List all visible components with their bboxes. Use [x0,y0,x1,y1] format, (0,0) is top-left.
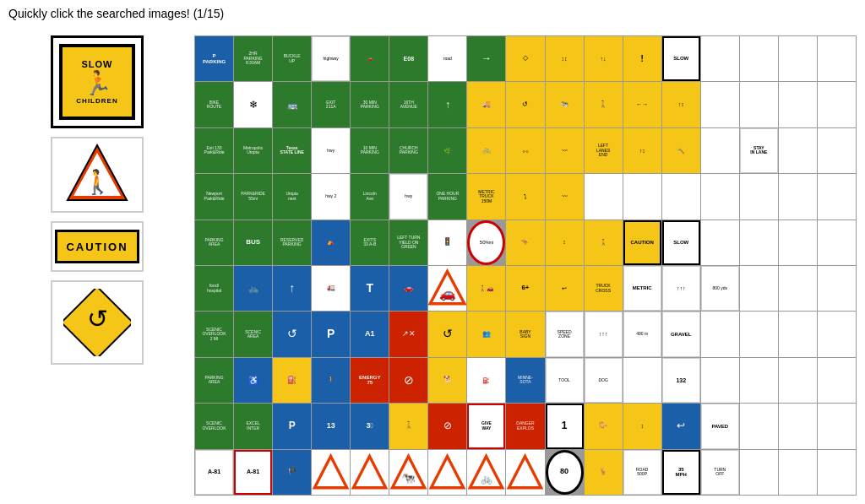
grid-cell-15[interactable] [779,36,817,81]
grid-cell-41[interactable]: 🚲 [467,128,505,173]
grid-cell-0[interactable]: PPARKING [195,36,233,81]
grid-cell-85[interactable]: 🚲 [234,266,272,311]
grid-cell-102[interactable]: SCENICAREA [234,312,272,356]
grid-cell-12[interactable]: SLOW [662,36,700,81]
grid-cell-104[interactable]: P [312,312,350,356]
grid-cell-166[interactable] [779,450,817,495]
grid-cell-151[interactable]: A-81 [195,450,233,495]
grid-cell-154[interactable] [312,450,350,495]
grid-cell-45[interactable]: ↑↕ [623,128,661,173]
grid-cell-x10[interactable] [818,450,856,495]
grid-cell-115[interactable] [740,312,778,356]
grid-cell-67[interactable]: PARKINGAREA [195,220,233,265]
grid-cell-141[interactable]: GIVEWAY [467,404,505,448]
grid-cell-48[interactable]: STAYIN LANE [740,128,778,173]
grid-cell-66[interactable] [779,174,817,219]
grid-cell-129[interactable]: 132 [662,358,700,403]
grid-cell-119[interactable]: ⛽ [273,358,311,403]
grid-cell-27[interactable]: 🚶 [585,82,623,127]
grid-cell-2[interactable]: BUCKLEUP [273,36,311,81]
grid-cell-x4[interactable] [818,174,856,219]
grid-cell-81[interactable] [740,220,778,265]
grid-cell-14[interactable] [740,36,778,81]
grid-cell-116[interactable] [779,312,817,356]
grid-cell-95[interactable]: METRIC [623,266,661,311]
grid-cell-57[interactable]: ONE HOURPARKING [428,174,466,219]
grid-cell-130[interactable] [701,358,739,403]
grid-cell-54[interactable]: hwy 2 [312,174,350,219]
grid-cell-28[interactable]: ←→ [623,82,661,127]
grid-cell-8[interactable]: ◇ [506,36,544,81]
grid-cell-25[interactable]: ↺ [506,82,544,127]
grid-cell-62[interactable] [623,174,661,219]
grid-cell-93[interactable]: ↩ [546,266,584,311]
grid-cell-142[interactable]: DANGEREXPLOS [506,404,544,448]
grid-cell-32[interactable] [779,82,817,127]
grid-cell-84[interactable]: food/hospital [195,266,233,311]
grid-cell-5[interactable]: E08 [389,36,427,81]
grid-cell-58[interactable]: METRICTRUCK150M [467,174,505,219]
grid-cell-99[interactable] [779,266,817,311]
grid-cell-17[interactable]: BIKEROUTE [195,82,233,127]
grid-cell-140[interactable]: ⊘ [428,404,466,448]
grid-cell-65[interactable] [740,174,778,219]
grid-cell-164[interactable]: TURNOFF [701,450,739,495]
grid-cell-118[interactable]: ♿ [234,358,272,403]
grid-cell-53[interactable]: Utopianext [273,174,311,219]
grid-cell-10[interactable]: ↑↓ [585,36,623,81]
grid-cell-79[interactable]: SLOW [662,220,700,265]
grid-cell-47[interactable] [701,128,739,173]
grid-cell-138[interactable]: 3⃣ [351,404,389,448]
grid-cell-9[interactable]: ↕↕ [546,36,584,81]
grid-cell-1[interactable]: 2HRPARKING8:30AM [234,36,272,81]
grid-cell-87[interactable]: 🚛 [312,266,350,311]
grid-cell-82[interactable] [779,220,817,265]
grid-cell-162[interactable]: ROAD500P [623,450,661,495]
grid-cell-126[interactable]: TOOL [546,358,584,403]
grid-cell-139[interactable]: 🚶 [389,404,427,448]
grid-cell-13[interactable] [701,36,739,81]
grid-cell-78[interactable]: CAUTION [623,220,661,265]
grid-cell-155[interactable] [351,450,389,495]
grid-cell-112[interactable]: 490 m [623,312,661,356]
grid-cell-3[interactable]: highway [312,36,350,81]
grid-cell-127[interactable]: DOG [585,358,623,403]
grid-cell-133[interactable] [818,358,856,403]
grid-cell-71[interactable]: EXITS33 A-B [351,220,389,265]
grid-cell-60[interactable]: 〰 [546,174,584,219]
grid-cell-159[interactable] [506,450,544,495]
grid-cell-128[interactable] [623,358,661,403]
grid-cell-34[interactable]: Exit 133Park&Ride [195,128,233,173]
grid-cell-56[interactable]: hwy [389,174,427,219]
grid-cell-80[interactable] [701,220,739,265]
target-2[interactable]: 🚶 [51,137,144,213]
grid-cell-21[interactable]: 30 MINPARKING [351,82,389,127]
target-3[interactable]: CAUTION [51,221,144,272]
grid-cell-148[interactable] [740,404,778,448]
grid-cell-131[interactable] [740,358,778,403]
grid-cell-52[interactable]: PARK&RIDE55mi [234,174,272,219]
grid-cell-70[interactable]: ⛺ [312,220,350,265]
grid-cell-123[interactable]: 🐕 [428,358,466,403]
grid-cell-50[interactable] [818,128,856,173]
grid-cell-39[interactable]: CHURCHPARKING [389,128,427,173]
grid-cell-23[interactable]: ↑ [428,82,466,127]
grid-cell-89[interactable]: 🚗 [389,266,427,311]
grid-cell-120[interactable]: 🚶 [312,358,350,403]
grid-cell-153[interactable]: 🏴 [273,450,311,495]
grid-cell-145[interactable]: ↕ [623,404,661,448]
grid-cell-124[interactable]: ⛽ [467,358,505,403]
grid-cell-125[interactable]: MINNE-SOTA [506,358,544,403]
grid-cell-61[interactable] [585,174,623,219]
grid-cell-30[interactable] [701,82,739,127]
grid-cell-98[interactable] [740,266,778,311]
grid-cell-11[interactable]: ! [623,36,661,81]
grid-cell-121[interactable]: ENERGY75 [351,358,389,403]
grid-cell-24[interactable]: 🚚 [467,82,505,127]
grid-cell-22[interactable]: 16THAVENUE [389,82,427,127]
grid-cell-51[interactable]: NewportPark&Ride [195,174,233,219]
grid-cell-69[interactable]: RESERVEDPARKING [273,220,311,265]
grid-cell-110[interactable]: SPEEDZONE [546,312,584,356]
grid-cell-38[interactable]: 10 MINPARKING [351,128,389,173]
grid-cell-68[interactable]: BUS [234,220,272,265]
